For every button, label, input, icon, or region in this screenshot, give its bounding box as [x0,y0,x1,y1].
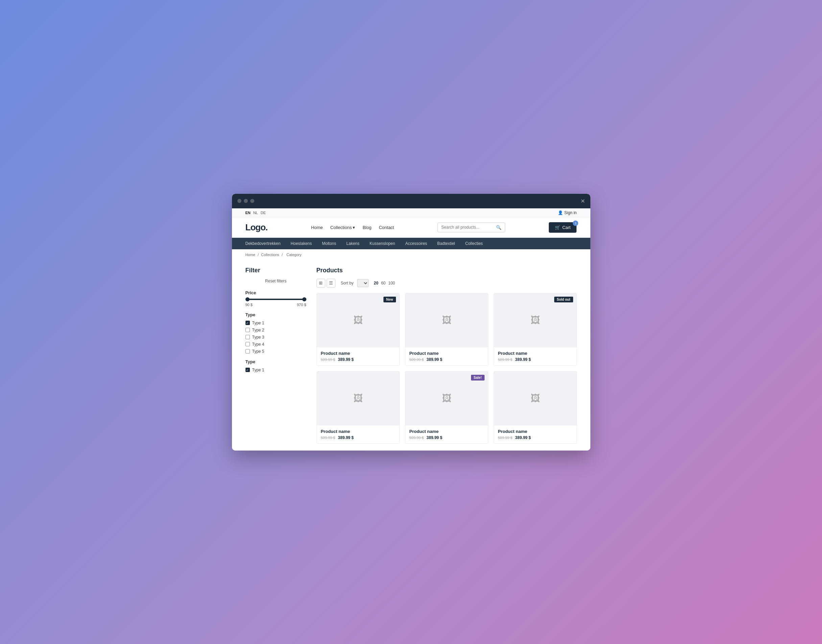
product-prices-4: 509.99 $ 389.99 $ [321,435,395,440]
type-5-checkbox[interactable] [245,349,250,353]
lang-de[interactable]: DE [261,211,266,215]
price-max: 970 $ [297,303,306,307]
logo: Logo. [245,222,268,233]
per-page-100[interactable]: 100 [388,281,395,285]
product-card-2: 🖼 Product name 509.99 $ 389.99 $ [405,293,488,366]
per-page-20[interactable]: 20 [374,281,378,285]
type-4-checkbox[interactable] [245,342,250,347]
product-prices-6: 509.99 $ 389.99 $ [498,435,572,440]
sort-select[interactable] [357,279,369,287]
language-switcher: EN NL DE [245,211,266,215]
cart-count-badge: 1 [573,221,578,226]
type-5-label: Type 5 [252,349,265,354]
type-2-checkbox[interactable] [245,328,250,332]
breadcrumb-sep-1: / [258,253,260,257]
view-toggle: ⊞ ☰ [317,279,335,287]
breadcrumb-collections[interactable]: Collections [261,253,279,257]
product-image-2[interactable]: 🖼 [406,293,488,347]
category-lakens[interactable]: Lakens [346,241,360,246]
product-image-5[interactable]: 🖼 Sale! [406,371,488,425]
product-image-6[interactable]: 🖼 [494,371,577,425]
breadcrumb-category: Category [286,253,302,257]
browser-window: ✕ EN NL DE 👤 Sign in Logo. Home Collecti… [232,194,590,451]
type2-1-checkbox[interactable] [245,368,250,372]
image-placeholder-icon-5: 🖼 [442,393,452,404]
slider-thumb-left[interactable] [245,297,250,301]
price-range-slider[interactable]: 90 $ 970 $ [245,299,306,307]
category-badtextiel[interactable]: Badtextiel [437,241,455,246]
product-image-1[interactable]: 🖼 New [317,293,400,347]
product-image-4[interactable]: 🖼 [317,371,400,425]
product-badge-sale-5: Sale! [471,375,485,380]
product-image-3[interactable]: 🖼 Sold out [494,293,577,347]
category-accessoires[interactable]: Accessoires [405,241,427,246]
main-content: Filter Reset filters Price 90 $ 970 $ Ty… [232,260,590,451]
product-name-6[interactable]: Product name [498,429,572,434]
type-1-label: Type 1 [252,320,265,325]
search-input[interactable] [441,225,496,230]
type2-1-checkbox-item[interactable]: Type 1 [245,368,306,373]
product-name-2[interactable]: Product name [409,351,484,356]
type-1-checkbox-item[interactable]: Type 1 [245,320,306,325]
price-current-5: 389.99 $ [426,435,442,440]
close-icon[interactable]: ✕ [580,198,585,204]
category-hoeslakens[interactable]: Hoeslakens [291,241,312,246]
category-kussenslopen[interactable]: Kussenslopen [370,241,395,246]
price-range-labels: 90 $ 970 $ [245,303,306,307]
type-5-checkbox-item[interactable]: Type 5 [245,349,306,354]
category-dekbedovertrekken[interactable]: Dekbedovertrekken [245,241,281,246]
nav-home[interactable]: Home [311,225,323,230]
sort-by-label: Sort by [341,281,354,285]
type-3-label: Type 3 [252,335,265,340]
user-icon: 👤 [558,210,563,215]
product-card-3: 🖼 Sold out Product name 509.99 $ 389.99 … [494,293,577,366]
search-icon[interactable]: 🔍 [496,225,501,230]
product-info-2: Product name 509.99 $ 389.99 $ [406,347,488,365]
reset-filters-button[interactable]: Reset filters [245,279,306,284]
type-2-checkbox-item[interactable]: Type 2 [245,328,306,333]
product-card-6: 🖼 Product name 509.99 $ 389.99 $ [494,371,577,444]
cart-button[interactable]: 🛒 Cart 1 [549,222,577,233]
cart-icon: 🛒 [555,225,560,230]
product-name-3[interactable]: Product name [498,351,572,356]
type-filter-label-2: Type [245,359,306,364]
product-name-5[interactable]: Product name [409,429,484,434]
nav-blog[interactable]: Blog [363,225,371,230]
sign-in-button[interactable]: 👤 Sign in [558,210,577,215]
product-prices-2: 509.99 $ 389.99 $ [409,357,484,362]
breadcrumb-home[interactable]: Home [245,253,255,257]
image-placeholder-icon-6: 🖼 [531,393,540,404]
product-name-4[interactable]: Product name [321,429,395,434]
lang-nl[interactable]: NL [253,211,258,215]
type-4-checkbox-item[interactable]: Type 4 [245,342,306,347]
slider-thumb-right[interactable] [302,297,306,301]
cart-label: Cart [562,225,571,230]
grid-view-button[interactable]: ⊞ [317,279,325,287]
type-3-checkbox-item[interactable]: Type 3 [245,335,306,340]
category-nav: Dekbedovertrekken Hoeslakens Moltons Lak… [232,238,590,249]
price-min: 90 $ [245,303,253,307]
product-info-4: Product name 509.99 $ 389.99 $ [317,425,400,443]
product-name-1[interactable]: Product name [321,351,395,356]
type-1-checkbox[interactable] [245,320,250,325]
breadcrumb-sep-2: / [282,253,284,257]
top-bar: EN NL DE 👤 Sign in [232,209,590,218]
nav-contact[interactable]: Contact [379,225,394,230]
list-view-button[interactable]: ☰ [327,279,335,287]
filter-title: Filter [245,267,306,274]
product-card-5: 🖼 Sale! Product name 509.99 $ 389.99 $ [405,371,488,444]
price-original-1: 509.99 $ [321,357,335,362]
nav-collections[interactable]: Collections ▾ [331,225,355,230]
category-collecties[interactable]: Collecties [465,241,483,246]
chevron-down-icon: ▾ [353,225,355,230]
price-original-3: 509.99 $ [498,357,513,362]
search-bar: 🔍 [438,222,505,232]
products-title: Products [317,267,577,274]
category-moltons[interactable]: Moltons [322,241,336,246]
product-prices-5: 509.99 $ 389.99 $ [409,435,484,440]
type-3-checkbox[interactable] [245,335,250,339]
lang-en[interactable]: EN [245,211,251,215]
per-page-selector: 20 60 100 [374,281,395,285]
per-page-60[interactable]: 60 [381,281,386,285]
product-info-6: Product name 509.99 $ 389.99 $ [494,425,577,443]
